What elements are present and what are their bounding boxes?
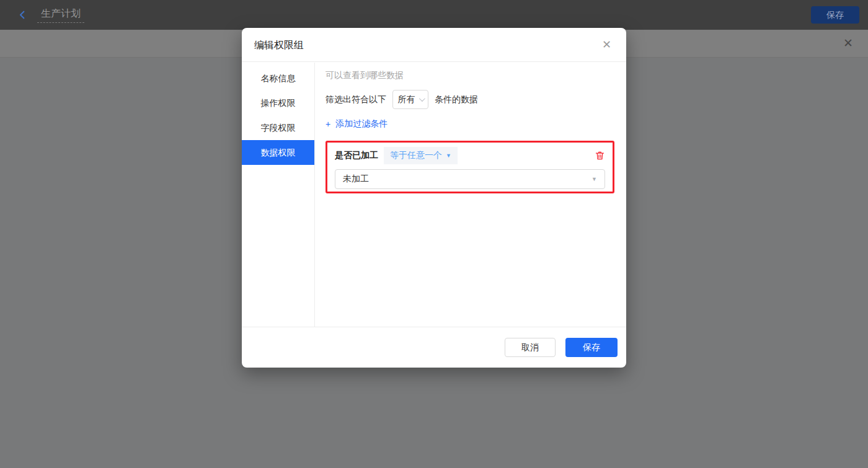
condition-operator-select[interactable]: 等于任意一个 ▼ bbox=[384, 147, 458, 164]
condition-header-row: 是否已加工 等于任意一个 ▼ bbox=[335, 147, 605, 164]
data-scope-hint: 可以查看到哪些数据 bbox=[326, 70, 616, 82]
filter-mode-value: 所有 bbox=[398, 94, 415, 105]
edit-permission-group-modal: 编辑权限组 ✕ 名称信息 操作权限 字段权限 数据权限 可以查看到哪些数据 筛选… bbox=[242, 28, 626, 368]
tab-data-permission[interactable]: 数据权限 bbox=[242, 140, 314, 165]
condition-value-dropdown[interactable]: 未加工 ▼ bbox=[335, 169, 605, 189]
modal-tab-list: 名称信息 操作权限 字段权限 数据权限 bbox=[242, 63, 315, 327]
delete-condition-trash-icon[interactable] bbox=[595, 150, 605, 161]
top-navbar: 生产计划 保存 bbox=[0, 0, 868, 30]
cancel-button[interactable]: 取消 bbox=[505, 338, 556, 357]
filter-condition-box-highlighted: 是否已加工 等于任意一个 ▼ 未加工 ▼ bbox=[326, 141, 614, 193]
filter-mode-row: 筛选出符合以下 所有 条件的数据 bbox=[326, 90, 616, 109]
plus-icon: + bbox=[326, 119, 330, 129]
filter-prefix: 筛选出符合以下 bbox=[326, 94, 386, 105]
condition-field-label: 是否已加工 bbox=[335, 150, 378, 161]
page-title[interactable]: 生产计划 bbox=[37, 7, 84, 23]
add-filter-label: 添加过滤条件 bbox=[335, 118, 388, 130]
tab-field-permission[interactable]: 字段权限 bbox=[242, 115, 314, 140]
caret-down-icon: ▼ bbox=[591, 177, 597, 182]
modal-header: 编辑权限组 ✕ bbox=[242, 28, 626, 62]
chevron-down-icon bbox=[418, 95, 425, 102]
filter-suffix: 条件的数据 bbox=[435, 94, 478, 105]
filter-mode-select[interactable]: 所有 bbox=[392, 90, 428, 109]
save-button[interactable]: 保存 bbox=[565, 338, 618, 357]
tab-operation-permission[interactable]: 操作权限 bbox=[242, 91, 314, 115]
back-icon[interactable] bbox=[16, 9, 29, 21]
condition-value: 未加工 bbox=[343, 174, 369, 185]
caret-down-icon: ▼ bbox=[446, 153, 451, 159]
modal-footer: 取消 保存 bbox=[242, 327, 626, 368]
add-filter-condition-link[interactable]: + 添加过滤条件 bbox=[326, 118, 616, 130]
operator-value: 等于任意一个 bbox=[390, 150, 442, 161]
tab-name-info[interactable]: 名称信息 bbox=[242, 66, 314, 91]
navbar-save-button[interactable]: 保存 bbox=[811, 6, 859, 24]
modal-title: 编辑权限组 bbox=[242, 28, 626, 62]
modal-body: 可以查看到哪些数据 筛选出符合以下 所有 条件的数据 + 添加过滤条件 是否已加… bbox=[316, 63, 626, 327]
modal-close-icon[interactable]: ✕ bbox=[602, 38, 611, 51]
